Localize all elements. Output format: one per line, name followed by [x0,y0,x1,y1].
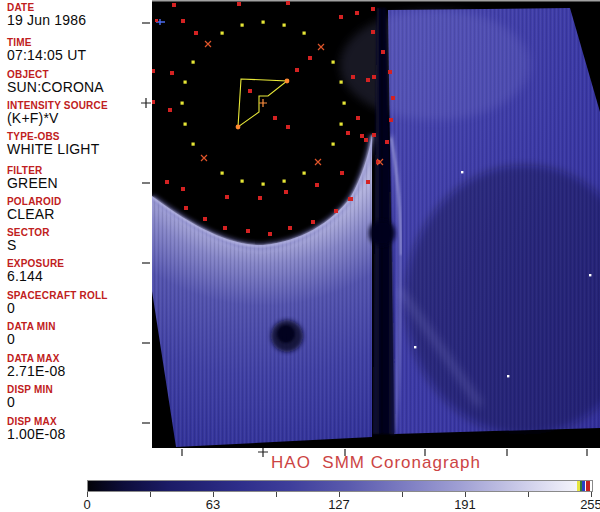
dust-spot-small [369,220,395,246]
field-disp-min: DISP MIN0 [7,384,152,410]
colorbar-label-0: 0 [67,497,107,512]
field-value: CLEAR [7,207,152,222]
field-label: SPACECRAFT ROLL [7,290,152,301]
field-type-obs: TYPE-OBSWHITE LIGHT [7,131,152,157]
field-value: WHITE LIGHT [7,142,152,157]
field-exposure: EXPOSURE6.144 [7,258,152,284]
field-object: OBJECTSUN:CORONA [7,69,152,95]
field-label: DATA MIN [7,321,152,332]
field-value: 19 Jun 1986 [7,13,152,28]
coronagraph-image [152,0,600,448]
colorbar-tick [276,492,277,497]
field-value: SUN:CORONA [7,80,152,95]
field-value: (K+F)*V [7,111,152,126]
field-label: DISP MIN [7,384,152,395]
image-title: HAO SMM Coronagraph [152,453,600,473]
smm-coronagraph-viewer: { "sidebar": { "items": [ {"label":"DATE… [0,0,600,512]
field-value: 2.71E-08 [7,364,152,379]
field-data-max: DATA MAX2.71E-08 [7,353,152,379]
field-value: S [7,238,152,253]
colorbar-saturation-blue [582,481,585,491]
field-value: 07:14:05 UT [7,48,152,63]
field-value: 1.00E-08 [7,427,152,442]
colorbar-label-63: 63 [193,497,233,512]
field-intensity-source: INTENSITY SOURCE(K+F)*V [7,100,152,126]
field-data-min: DATA MIN0 [7,321,152,347]
field-value: 0 [7,301,152,316]
field-polaroid: POLAROIDCLEAR [7,196,152,222]
colorbar-tick [528,492,529,497]
colorbar-label-255: 255 [571,497,600,512]
field-disp-max: DISP MAX1.00E-08 [7,416,152,442]
intensity-colorbar [87,480,593,492]
field-time: TIME07:14:05 UT [7,37,152,63]
colorbar-label-191: 191 [445,497,485,512]
colorbar-tick [150,492,151,497]
field-value: GREEN [7,176,152,191]
field-sector: SECTORS [7,227,152,253]
colorbar-saturation-red [586,481,590,491]
field-value: 0 [7,332,152,347]
field-label: SECTOR [7,227,152,238]
colorbar-tick [402,492,403,497]
metadata-sidebar: DATE19 Jun 1986 TIME07:14:05 UT OBJECTSU… [0,0,152,450]
field-value: 6.144 [7,269,152,284]
field-filter: FILTERGREEN [7,165,152,191]
colorbar-label-127: 127 [319,497,359,512]
field-value: 0 [7,395,152,410]
field-spacecraft-roll: SPACECRAFT ROLL0 [7,290,152,316]
field-date: DATE19 Jun 1986 [7,2,152,28]
